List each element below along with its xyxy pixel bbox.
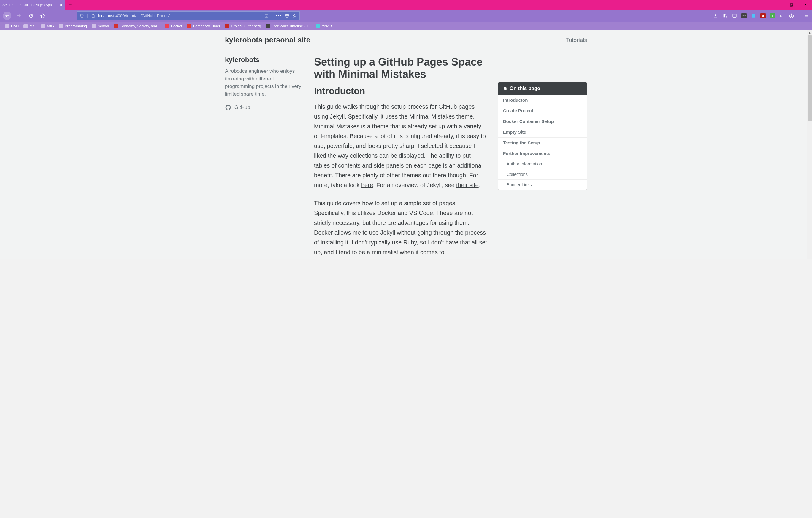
site-icon bbox=[316, 24, 320, 28]
extension-lt-icon[interactable]: LT bbox=[779, 13, 785, 19]
author-github-link[interactable]: GitHub bbox=[225, 104, 303, 111]
close-icon bbox=[804, 3, 807, 6]
close-tab-icon[interactable]: ✕ bbox=[59, 3, 63, 7]
maximize-button[interactable] bbox=[785, 0, 799, 10]
toolbar-extensions: ••• u + LT | bbox=[713, 13, 809, 19]
paragraph-2: This guide covers how to set up a simple… bbox=[314, 198, 488, 257]
window-controls bbox=[771, 0, 812, 10]
tab-title: Setting up a GitHub Pages Space w bbox=[2, 3, 57, 7]
link-minimal-mistakes[interactable]: Minimal Mistakes bbox=[409, 113, 455, 120]
svg-line-11 bbox=[726, 14, 727, 18]
bookmark-starwars[interactable]: Star Wars Timeline - T... bbox=[264, 23, 313, 29]
sidebars-icon[interactable] bbox=[732, 13, 737, 19]
scroll-up-button[interactable]: ▲ bbox=[807, 30, 812, 35]
page-actions-icon[interactable]: ••• bbox=[276, 13, 282, 19]
vertical-scrollbar[interactable]: ▲ bbox=[807, 30, 812, 259]
bookmark-gutenberg[interactable]: Project Gutenberg bbox=[223, 23, 263, 29]
library-icon[interactable] bbox=[722, 13, 728, 19]
forward-arrow-icon bbox=[16, 13, 22, 19]
toc-item-author-info[interactable]: Author Information bbox=[498, 159, 587, 169]
page-content: kylerobots personal site Tutorials kyler… bbox=[0, 30, 812, 259]
folder-icon bbox=[24, 24, 28, 28]
bookmark-pocket[interactable]: Pocket bbox=[163, 23, 184, 29]
menu-button[interactable] bbox=[804, 13, 809, 19]
minimize-button[interactable] bbox=[771, 0, 785, 10]
new-tab-button[interactable]: + bbox=[65, 0, 75, 9]
ublock-icon[interactable]: u bbox=[760, 13, 766, 19]
url-text: localhost:4000/tutorials/GitHub_Pages/ bbox=[98, 13, 261, 18]
page-title: Setting up a GitHub Pages Space with Min… bbox=[314, 56, 488, 81]
extension-icon-2[interactable] bbox=[751, 13, 756, 19]
toc-item-testing[interactable]: Testing the Setup bbox=[498, 138, 587, 148]
home-button[interactable] bbox=[38, 11, 47, 20]
bookmark-mail[interactable]: Mail bbox=[21, 23, 38, 29]
browser-tab[interactable]: Setting up a GitHub Pages Space w ✕ bbox=[0, 0, 65, 10]
extension-icon-1[interactable]: ••• bbox=[742, 13, 747, 19]
site-title[interactable]: kylerobots personal site bbox=[225, 36, 311, 44]
folder-icon bbox=[92, 24, 96, 28]
extension-add-icon[interactable]: + bbox=[770, 13, 775, 19]
github-icon bbox=[225, 104, 231, 111]
link-their-site[interactable]: their site bbox=[456, 182, 479, 188]
bookmark-dnd[interactable]: D&D bbox=[3, 23, 21, 29]
site-masthead: kylerobots personal site Tutorials bbox=[0, 30, 812, 50]
folder-icon bbox=[59, 24, 63, 28]
bookmarks-bar: D&D Mail MtG Programming School Economy,… bbox=[0, 22, 812, 30]
shield-icon[interactable] bbox=[80, 13, 84, 18]
toc-item-introduction[interactable]: Introducton bbox=[498, 95, 587, 105]
folder-icon bbox=[41, 24, 46, 28]
svg-point-16 bbox=[791, 15, 792, 16]
toc-header: On this page bbox=[498, 82, 587, 95]
svg-rect-2 bbox=[791, 3, 793, 6]
bookmark-programming[interactable]: Programming bbox=[57, 23, 89, 29]
reader-mode-icon[interactable] bbox=[264, 13, 269, 18]
svg-rect-12 bbox=[733, 14, 736, 18]
table-of-contents: On this page Introducton Create Project … bbox=[498, 82, 587, 190]
bookmark-star-icon[interactable] bbox=[292, 13, 297, 18]
url-toolbar: | localhost:4000/tutorials/GitHub_Pages/… bbox=[0, 10, 812, 22]
site-icon bbox=[266, 24, 270, 28]
toc-sidebar: On this page Introducton Create Project … bbox=[498, 56, 587, 259]
scroll-thumb[interactable] bbox=[808, 35, 812, 121]
toc-item-improvements[interactable]: Further Improvements bbox=[498, 148, 587, 159]
paragraph-1: This guide walks through the setup proce… bbox=[314, 102, 488, 190]
author-sidebar: kylerobots A robotics engineer who enjoy… bbox=[225, 56, 303, 259]
folder-icon bbox=[5, 24, 9, 28]
home-icon bbox=[40, 13, 46, 19]
nav-tutorials[interactable]: Tutorials bbox=[566, 37, 587, 44]
bookmark-school[interactable]: School bbox=[90, 23, 111, 29]
toc-item-create-project[interactable]: Create Project bbox=[498, 105, 587, 116]
author-bio: A robotics engineer who enjoys tinkering… bbox=[225, 67, 303, 98]
address-bar[interactable]: | localhost:4000/tutorials/GitHub_Pages/… bbox=[77, 11, 300, 20]
reload-button[interactable] bbox=[27, 11, 35, 20]
bookmark-ynab[interactable]: YNAB bbox=[314, 23, 334, 29]
page-info-icon[interactable] bbox=[91, 13, 95, 18]
reload-icon bbox=[28, 13, 33, 19]
bookmark-pomodoro[interactable]: Pomodoro Timer bbox=[185, 23, 222, 29]
back-button[interactable] bbox=[3, 11, 11, 20]
forward-button bbox=[15, 11, 23, 20]
pocket-icon[interactable] bbox=[285, 13, 289, 18]
site-icon bbox=[225, 24, 229, 28]
close-window-button[interactable] bbox=[799, 0, 812, 10]
account-icon[interactable] bbox=[789, 13, 794, 19]
downloads-icon[interactable] bbox=[713, 13, 718, 19]
svg-rect-14 bbox=[752, 14, 755, 18]
svg-rect-1 bbox=[790, 4, 792, 6]
link-here[interactable]: here bbox=[361, 182, 373, 188]
maximize-icon bbox=[790, 3, 793, 6]
article-main: Setting up a GitHub Pages Space with Min… bbox=[314, 56, 488, 259]
bookmark-economy[interactable]: Economy, Society, and... bbox=[112, 23, 162, 29]
back-arrow-icon bbox=[4, 13, 10, 19]
toc-item-collections[interactable]: Collections bbox=[498, 169, 587, 180]
github-label: GitHub bbox=[234, 105, 250, 110]
section-heading-introduction: Introducton bbox=[314, 86, 488, 97]
toc-item-banner-links[interactable]: Banner Links bbox=[498, 180, 587, 190]
toc-item-empty-site[interactable]: Empty Site bbox=[498, 127, 587, 138]
site-icon bbox=[165, 24, 170, 28]
window-titlebar: Setting up a GitHub Pages Space w ✕ + bbox=[0, 0, 812, 10]
toc-item-docker[interactable]: Docker Container Setup bbox=[498, 116, 587, 127]
site-icon bbox=[114, 24, 118, 28]
site-icon bbox=[187, 24, 192, 28]
bookmark-mtg[interactable]: MtG bbox=[39, 23, 56, 29]
